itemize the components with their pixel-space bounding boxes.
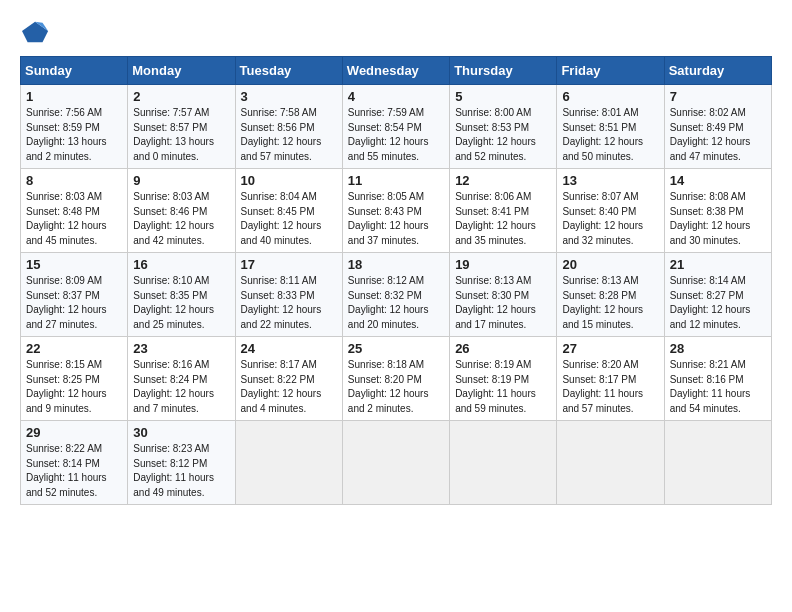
day-info: Sunrise: 8:17 AMSunset: 8:22 PMDaylight:…: [241, 358, 337, 416]
calendar-cell: 26 Sunrise: 8:19 AMSunset: 8:19 PMDaylig…: [450, 337, 557, 421]
calendar-cell: 23 Sunrise: 8:16 AMSunset: 8:24 PMDaylig…: [128, 337, 235, 421]
calendar-cell: 4 Sunrise: 7:59 AMSunset: 8:54 PMDayligh…: [342, 85, 449, 169]
day-number: 17: [241, 257, 337, 272]
day-number: 19: [455, 257, 551, 272]
day-info: Sunrise: 8:13 AMSunset: 8:28 PMDaylight:…: [562, 274, 658, 332]
calendar-cell: 22 Sunrise: 8:15 AMSunset: 8:25 PMDaylig…: [21, 337, 128, 421]
day-number: 3: [241, 89, 337, 104]
calendar-cell: [450, 421, 557, 505]
calendar-cell: 17 Sunrise: 8:11 AMSunset: 8:33 PMDaylig…: [235, 253, 342, 337]
day-info: Sunrise: 8:03 AMSunset: 8:46 PMDaylight:…: [133, 190, 229, 248]
day-number: 6: [562, 89, 658, 104]
calendar-cell: [557, 421, 664, 505]
calendar-cell: [235, 421, 342, 505]
day-info: Sunrise: 8:00 AMSunset: 8:53 PMDaylight:…: [455, 106, 551, 164]
svg-marker-0: [22, 22, 48, 43]
calendar-cell: 21 Sunrise: 8:14 AMSunset: 8:27 PMDaylig…: [664, 253, 771, 337]
calendar-cell: 12 Sunrise: 8:06 AMSunset: 8:41 PMDaylig…: [450, 169, 557, 253]
col-header-tuesday: Tuesday: [235, 57, 342, 85]
day-info: Sunrise: 8:21 AMSunset: 8:16 PMDaylight:…: [670, 358, 766, 416]
col-header-friday: Friday: [557, 57, 664, 85]
day-info: Sunrise: 8:15 AMSunset: 8:25 PMDaylight:…: [26, 358, 122, 416]
calendar-cell: 3 Sunrise: 7:58 AMSunset: 8:56 PMDayligh…: [235, 85, 342, 169]
day-number: 10: [241, 173, 337, 188]
day-info: Sunrise: 8:04 AMSunset: 8:45 PMDaylight:…: [241, 190, 337, 248]
day-number: 25: [348, 341, 444, 356]
day-info: Sunrise: 8:12 AMSunset: 8:32 PMDaylight:…: [348, 274, 444, 332]
calendar-cell: 24 Sunrise: 8:17 AMSunset: 8:22 PMDaylig…: [235, 337, 342, 421]
day-number: 24: [241, 341, 337, 356]
col-header-saturday: Saturday: [664, 57, 771, 85]
calendar-cell: 5 Sunrise: 8:00 AMSunset: 8:53 PMDayligh…: [450, 85, 557, 169]
day-number: 23: [133, 341, 229, 356]
day-info: Sunrise: 7:56 AMSunset: 8:59 PMDaylight:…: [26, 106, 122, 164]
calendar-cell: 25 Sunrise: 8:18 AMSunset: 8:20 PMDaylig…: [342, 337, 449, 421]
calendar-cell: [342, 421, 449, 505]
calendar-cell: 29 Sunrise: 8:22 AMSunset: 8:14 PMDaylig…: [21, 421, 128, 505]
calendar-week-row: 8 Sunrise: 8:03 AMSunset: 8:48 PMDayligh…: [21, 169, 772, 253]
day-info: Sunrise: 7:59 AMSunset: 8:54 PMDaylight:…: [348, 106, 444, 164]
day-info: Sunrise: 7:58 AMSunset: 8:56 PMDaylight:…: [241, 106, 337, 164]
day-number: 18: [348, 257, 444, 272]
day-number: 20: [562, 257, 658, 272]
calendar-cell: 19 Sunrise: 8:13 AMSunset: 8:30 PMDaylig…: [450, 253, 557, 337]
calendar-cell: 27 Sunrise: 8:20 AMSunset: 8:17 PMDaylig…: [557, 337, 664, 421]
calendar-cell: 2 Sunrise: 7:57 AMSunset: 8:57 PMDayligh…: [128, 85, 235, 169]
day-number: 2: [133, 89, 229, 104]
day-number: 14: [670, 173, 766, 188]
col-header-wednesday: Wednesday: [342, 57, 449, 85]
day-info: Sunrise: 8:08 AMSunset: 8:38 PMDaylight:…: [670, 190, 766, 248]
calendar-cell: 10 Sunrise: 8:04 AMSunset: 8:45 PMDaylig…: [235, 169, 342, 253]
calendar-cell: 30 Sunrise: 8:23 AMSunset: 8:12 PMDaylig…: [128, 421, 235, 505]
calendar-week-row: 1 Sunrise: 7:56 AMSunset: 8:59 PMDayligh…: [21, 85, 772, 169]
header: [20, 18, 772, 46]
logo: [20, 18, 50, 46]
day-number: 4: [348, 89, 444, 104]
day-number: 13: [562, 173, 658, 188]
calendar-cell: 18 Sunrise: 8:12 AMSunset: 8:32 PMDaylig…: [342, 253, 449, 337]
day-number: 21: [670, 257, 766, 272]
day-number: 29: [26, 425, 122, 440]
calendar-cell: 1 Sunrise: 7:56 AMSunset: 8:59 PMDayligh…: [21, 85, 128, 169]
col-header-thursday: Thursday: [450, 57, 557, 85]
day-info: Sunrise: 8:09 AMSunset: 8:37 PMDaylight:…: [26, 274, 122, 332]
calendar-cell: 20 Sunrise: 8:13 AMSunset: 8:28 PMDaylig…: [557, 253, 664, 337]
day-info: Sunrise: 8:03 AMSunset: 8:48 PMDaylight:…: [26, 190, 122, 248]
day-info: Sunrise: 8:07 AMSunset: 8:40 PMDaylight:…: [562, 190, 658, 248]
day-info: Sunrise: 8:11 AMSunset: 8:33 PMDaylight:…: [241, 274, 337, 332]
calendar-cell: 6 Sunrise: 8:01 AMSunset: 8:51 PMDayligh…: [557, 85, 664, 169]
calendar-table: SundayMondayTuesdayWednesdayThursdayFrid…: [20, 56, 772, 505]
day-info: Sunrise: 8:10 AMSunset: 8:35 PMDaylight:…: [133, 274, 229, 332]
day-number: 16: [133, 257, 229, 272]
day-number: 22: [26, 341, 122, 356]
day-number: 5: [455, 89, 551, 104]
col-header-monday: Monday: [128, 57, 235, 85]
calendar-week-row: 29 Sunrise: 8:22 AMSunset: 8:14 PMDaylig…: [21, 421, 772, 505]
logo-icon: [22, 18, 50, 46]
day-info: Sunrise: 7:57 AMSunset: 8:57 PMDaylight:…: [133, 106, 229, 164]
day-info: Sunrise: 8:02 AMSunset: 8:49 PMDaylight:…: [670, 106, 766, 164]
day-number: 15: [26, 257, 122, 272]
calendar-cell: 15 Sunrise: 8:09 AMSunset: 8:37 PMDaylig…: [21, 253, 128, 337]
calendar-cell: 8 Sunrise: 8:03 AMSunset: 8:48 PMDayligh…: [21, 169, 128, 253]
day-number: 7: [670, 89, 766, 104]
day-info: Sunrise: 8:23 AMSunset: 8:12 PMDaylight:…: [133, 442, 229, 500]
day-info: Sunrise: 8:20 AMSunset: 8:17 PMDaylight:…: [562, 358, 658, 416]
day-info: Sunrise: 8:22 AMSunset: 8:14 PMDaylight:…: [26, 442, 122, 500]
day-info: Sunrise: 8:01 AMSunset: 8:51 PMDaylight:…: [562, 106, 658, 164]
day-number: 9: [133, 173, 229, 188]
day-info: Sunrise: 8:19 AMSunset: 8:19 PMDaylight:…: [455, 358, 551, 416]
day-number: 26: [455, 341, 551, 356]
day-info: Sunrise: 8:13 AMSunset: 8:30 PMDaylight:…: [455, 274, 551, 332]
day-info: Sunrise: 8:16 AMSunset: 8:24 PMDaylight:…: [133, 358, 229, 416]
day-number: 12: [455, 173, 551, 188]
calendar-cell: 11 Sunrise: 8:05 AMSunset: 8:43 PMDaylig…: [342, 169, 449, 253]
day-number: 28: [670, 341, 766, 356]
day-number: 27: [562, 341, 658, 356]
day-number: 11: [348, 173, 444, 188]
col-header-sunday: Sunday: [21, 57, 128, 85]
calendar-cell: 14 Sunrise: 8:08 AMSunset: 8:38 PMDaylig…: [664, 169, 771, 253]
day-info: Sunrise: 8:14 AMSunset: 8:27 PMDaylight:…: [670, 274, 766, 332]
day-number: 8: [26, 173, 122, 188]
day-info: Sunrise: 8:06 AMSunset: 8:41 PMDaylight:…: [455, 190, 551, 248]
